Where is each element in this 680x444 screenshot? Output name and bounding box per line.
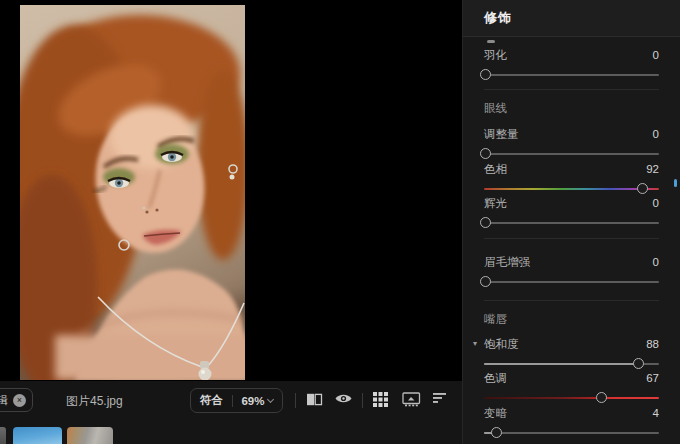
portrait-image: [20, 5, 245, 380]
zoom-controls-group: 符合 69%: [190, 388, 283, 413]
slider-darken-value: 4: [653, 407, 659, 419]
slider-hue: 色相 92: [484, 162, 659, 194]
slider-feather-value: 0: [653, 49, 659, 61]
fit-button[interactable]: 符合: [191, 393, 232, 408]
zoom-level-dropdown[interactable]: 69%: [233, 395, 282, 407]
slider-feather-handle[interactable]: [480, 69, 491, 80]
photo-canvas[interactable]: [20, 5, 245, 380]
slideshow-view-button[interactable]: [402, 392, 421, 407]
thumbnail-sky[interactable]: [13, 427, 62, 444]
slider-hue-handle[interactable]: [637, 183, 648, 194]
slider-feather: 羽化 0: [484, 48, 659, 80]
slider-eyebrow-enhance-label: 眉毛增强: [484, 255, 530, 270]
slider-darken-handle[interactable]: [491, 427, 502, 438]
section-lips: 嘴唇: [484, 312, 507, 327]
slider-saturation-label: 饱和度: [484, 337, 519, 352]
divider: [484, 89, 659, 90]
divider: [362, 393, 363, 408]
panel-title: 修饰: [484, 9, 512, 27]
divider: [484, 300, 659, 301]
slider-glow-handle[interactable]: [480, 217, 491, 228]
slider-hue-label: 色相: [484, 162, 507, 177]
slider-eyebrow-enhance: 眉毛增强 0: [484, 255, 659, 287]
preview-visibility-button[interactable]: [334, 392, 353, 405]
slider-amount-handle[interactable]: [480, 148, 491, 159]
divider: [484, 238, 659, 239]
slider-amount-label: 调整量: [484, 127, 519, 142]
slider-feather-track[interactable]: [484, 70, 659, 80]
slider-saturation-track[interactable]: [484, 359, 659, 369]
slider-amount-track[interactable]: [484, 149, 659, 159]
slider-eyebrow-enhance-value: 0: [653, 256, 659, 268]
filename-label: 图片45.jpg: [66, 393, 123, 410]
slider-eyebrow-enhance-track[interactable]: [484, 277, 659, 287]
panel-header: 修饰: [463, 0, 680, 37]
slider-darken-label: 变暗: [484, 406, 507, 421]
app-window: 修饰 羽化 0 眼线 调整量 0: [0, 0, 680, 444]
slider-darken-track[interactable]: [484, 428, 659, 438]
sort-list-button[interactable]: [433, 392, 447, 404]
expander-triangle-icon[interactable]: ▾: [473, 340, 477, 348]
slider-eyebrow-enhance-handle[interactable]: [480, 276, 491, 287]
grid-icon: [373, 392, 388, 407]
slider-saturation: ▾ 饱和度 88: [484, 337, 659, 369]
slider-glow-value: 0: [653, 197, 659, 209]
retouch-panel: 修饰 羽化 0 眼线 调整量 0: [462, 0, 680, 444]
slider-amount: 调整量 0: [484, 127, 659, 159]
slideshow-icon: [402, 392, 421, 407]
slider-tone-handle[interactable]: [596, 392, 607, 403]
split-square-icon: [306, 392, 323, 407]
edit-mode-label: 编辑: [0, 393, 8, 408]
grid-view-button[interactable]: [373, 392, 388, 407]
section-eyeliner: 眼线: [484, 101, 507, 116]
zoom-level-value: 69%: [241, 395, 264, 407]
slider-saturation-value: 88: [646, 338, 659, 350]
slider-glow: 辉光 0: [484, 196, 659, 228]
slider-hue-track[interactable]: [484, 184, 659, 194]
compare-before-after-button[interactable]: [306, 392, 323, 407]
slider-feather-label: 羽化: [484, 48, 507, 63]
slider-saturation-handle[interactable]: [633, 358, 644, 369]
slider-tone-track[interactable]: [484, 393, 659, 403]
close-icon[interactable]: ×: [13, 394, 26, 407]
divider: [295, 393, 296, 408]
slider-amount-value: 0: [653, 128, 659, 140]
chevron-down-icon: [267, 395, 274, 402]
scrolled-slider-remnant: [487, 40, 495, 43]
eye-icon: [334, 392, 353, 405]
slider-darken: 变暗 4: [484, 406, 659, 438]
scrollbar-thumb[interactable]: [674, 179, 677, 187]
slider-glow-label: 辉光: [484, 196, 507, 211]
slider-tone: 色调 67: [484, 371, 659, 403]
slider-hue-value: 92: [646, 163, 659, 175]
slider-glow-track[interactable]: [484, 218, 659, 228]
thumbnail-clouds[interactable]: [67, 427, 113, 444]
thumbnail-partial[interactable]: [0, 427, 6, 444]
slider-tone-label: 色调: [484, 371, 507, 386]
sort-lines-icon: [433, 392, 447, 404]
edit-mode-badge[interactable]: 编辑 ×: [0, 388, 33, 412]
slider-tone-value: 67: [646, 372, 659, 384]
